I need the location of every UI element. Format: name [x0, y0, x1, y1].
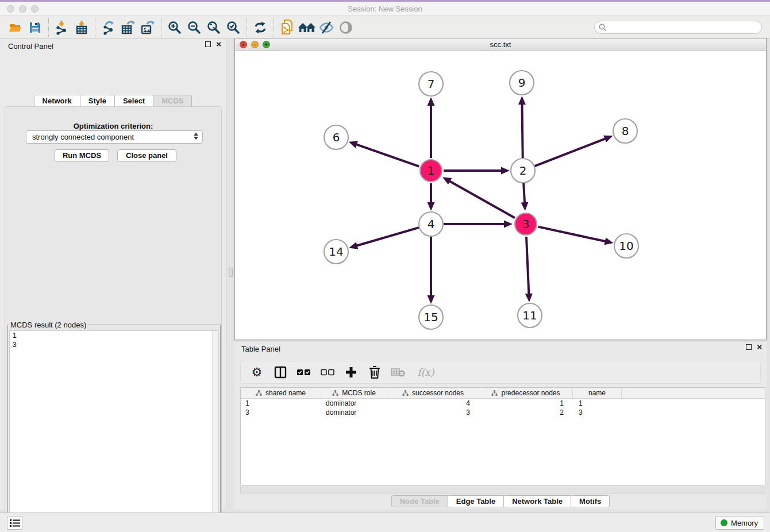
control-panel-title: Control Panel [8, 42, 53, 51]
tab-node-table[interactable]: Node Table [391, 495, 448, 507]
arrowhead-icon [603, 136, 613, 142]
arrowhead-icon [604, 238, 613, 245]
edge-3-10[interactable] [538, 227, 606, 242]
tab-select[interactable]: Select [115, 95, 153, 107]
status-bar: Memory [0, 512, 770, 532]
result-scrollbar[interactable] [212, 331, 218, 532]
function-builder-button[interactable]: f(x) [414, 365, 437, 380]
toolbar-separator [95, 18, 95, 37]
zoom-fit-button[interactable] [204, 18, 224, 37]
cell-name: 1 [573, 399, 622, 408]
close-panel-icon[interactable]: × [757, 344, 762, 350]
tab-network[interactable]: Network [34, 95, 80, 107]
hide-selected-icon [318, 20, 334, 35]
import-network-button[interactable] [52, 18, 72, 37]
network-overview-icon [298, 21, 316, 34]
optimization-criterion-select[interactable]: strongly connected component [26, 130, 203, 144]
search-input[interactable] [607, 24, 751, 32]
float-panel-icon[interactable] [746, 344, 752, 350]
mcds-panel: Optimization criterion: strongly connect… [5, 106, 222, 532]
delete-button[interactable] [367, 365, 382, 380]
export-network-button[interactable] [99, 18, 118, 37]
network-canvas[interactable]: 7968124314101511 [235, 51, 766, 340]
mcds-result-list[interactable]: 1 3 [9, 330, 219, 532]
arrowhead-icon [428, 295, 435, 304]
task-history-button[interactable] [7, 516, 22, 530]
table-toolbar: ⚙ f(x) [240, 361, 761, 384]
network-overview-button[interactable] [297, 18, 317, 37]
column-header-name[interactable]: name [573, 388, 622, 398]
duplicate-network-button[interactable] [278, 18, 297, 37]
first-neighbors-button[interactable] [251, 18, 270, 37]
search-field[interactable] [594, 21, 762, 34]
save-session-button[interactable] [25, 18, 45, 37]
result-line: 3 [10, 340, 218, 349]
toolbar-separator [48, 18, 49, 37]
gear-button[interactable]: ⚙ [249, 365, 264, 380]
column-header-predecessor-nodes[interactable]: predecessor nodes [479, 388, 573, 398]
table-row[interactable]: 3 dominator 3 2 3 [241, 408, 765, 417]
network-window-titlebar[interactable]: × − + scc.txt [235, 38, 766, 51]
tab-style[interactable]: Style [80, 95, 115, 107]
node-table[interactable]: shared name MCDS role successor nodes pr… [240, 387, 765, 485]
edge-4-14[interactable] [356, 228, 419, 246]
open-file-button[interactable] [6, 18, 25, 37]
graph-node-label: 6 [333, 130, 340, 144]
cell-predecessor-nodes: 1 [479, 399, 573, 408]
edge-3-11[interactable] [526, 237, 529, 295]
panel-divider-handle[interactable] [229, 268, 233, 277]
run-mcds-button[interactable]: Run MCDS [55, 149, 109, 162]
column-header-mcds-role[interactable]: MCDS role [321, 388, 387, 398]
show-all-button[interactable] [336, 18, 356, 37]
import-table-icon [74, 20, 89, 35]
graph-node-label: 2 [519, 164, 527, 178]
tab-edge-table[interactable]: Edge Table [448, 495, 504, 507]
dropdown-stepper-icon [194, 133, 198, 140]
zoom-out-button[interactable] [184, 18, 204, 37]
arrowhead-icon [501, 167, 510, 175]
tab-mcds[interactable]: MCDS [153, 95, 192, 107]
network-graph[interactable]: 7968124314101511 [235, 51, 766, 340]
edge-1-6[interactable] [355, 144, 419, 167]
edge-2-3[interactable] [523, 183, 525, 204]
edge-3-1[interactable] [448, 180, 514, 218]
import-table-button[interactable] [72, 18, 91, 37]
close-panel-icon[interactable]: × [216, 41, 221, 47]
column-type-icon [491, 390, 498, 396]
close-panel-button[interactable]: Close panel [117, 149, 176, 162]
arrowhead-icon [521, 202, 528, 211]
edge-2-8[interactable] [535, 138, 607, 166]
zoom-fit-icon [206, 20, 221, 35]
add-column-button[interactable] [344, 365, 359, 380]
deselect-all-button[interactable] [320, 365, 335, 380]
export-image-button[interactable] [138, 18, 157, 37]
result-line: 1 [10, 331, 218, 340]
float-panel-icon[interactable] [205, 41, 211, 47]
cell-shared-name: 3 [241, 408, 321, 417]
mcds-result-title: MCDS result (2 nodes) [9, 321, 87, 329]
zoom-in-button[interactable] [165, 18, 184, 37]
column-layout-button[interactable] [273, 365, 288, 380]
tab-motifs[interactable]: Motifs [571, 495, 610, 507]
add-column-icon [345, 366, 357, 379]
hide-selected-button[interactable] [317, 18, 336, 37]
tab-network-table[interactable]: Network Table [504, 495, 571, 507]
column-type-icon [256, 390, 262, 396]
table-horizontal-scrollbar[interactable] [240, 486, 765, 494]
toolbar-separator [161, 18, 161, 37]
zoom-selected-button[interactable] [224, 18, 243, 37]
cell-successor-nodes: 3 [387, 408, 479, 417]
table-row[interactable]: 1 dominator 4 1 1 [241, 399, 765, 408]
select-all-button[interactable] [297, 365, 311, 380]
export-table-button[interactable] [118, 18, 138, 37]
delete-table-button[interactable] [391, 365, 406, 380]
memory-button[interactable]: Memory [715, 516, 764, 530]
column-header-successor-nodes[interactable]: successor nodes [387, 388, 479, 398]
column-header-shared-name[interactable]: shared name [241, 388, 321, 398]
zoom-out-icon [187, 20, 202, 35]
delete-icon [368, 365, 381, 379]
edge-2-9[interactable] [522, 103, 522, 158]
app-titlebar: Session: New Session [0, 2, 770, 16]
graph-node-label: 11 [522, 309, 537, 322]
duplicate-network-icon [279, 19, 295, 36]
